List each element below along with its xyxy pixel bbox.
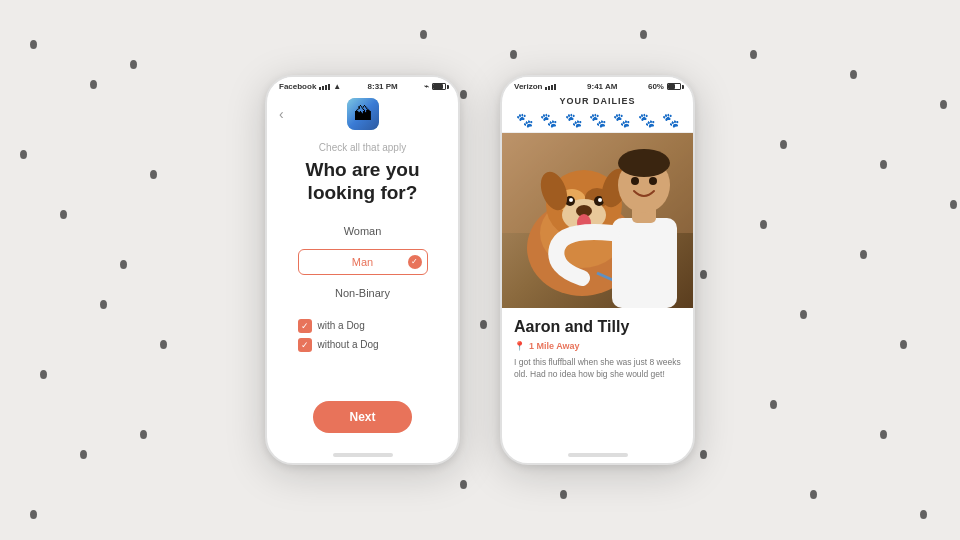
nav-title: YOUR DAILIES bbox=[502, 94, 693, 110]
svg-point-20 bbox=[618, 149, 670, 177]
time-left: 8:31 PM bbox=[368, 82, 398, 91]
location-pin-icon: 📍 bbox=[514, 341, 525, 351]
signal-icon bbox=[319, 84, 330, 90]
battery-percent-right: 60% bbox=[648, 82, 664, 91]
checkbox-without-dog-icon: ✓ bbox=[298, 338, 312, 352]
man-check-badge: ✓ bbox=[408, 255, 422, 269]
option-woman-label: Woman bbox=[298, 219, 428, 243]
status-right-right: 60% bbox=[648, 82, 681, 91]
option-man[interactable]: Man ✓ bbox=[298, 249, 428, 275]
svg-rect-17 bbox=[612, 218, 677, 308]
back-button[interactable]: ‹ bbox=[279, 106, 284, 122]
svg-point-21 bbox=[631, 177, 639, 185]
subtitle-text: Check all that apply bbox=[319, 142, 406, 153]
svg-point-12 bbox=[598, 198, 602, 202]
battery-right bbox=[667, 83, 681, 90]
profile-name: Aaron and Tilly bbox=[514, 318, 681, 336]
wifi-icon: ▲ bbox=[333, 82, 341, 91]
paw-icon-7[interactable]: 🐾 bbox=[662, 112, 679, 128]
profile-info: Aaron and Tilly 📍 1 Mile Away I got this… bbox=[502, 308, 693, 447]
status-left-right: Verizon bbox=[514, 82, 556, 91]
home-indicator-right bbox=[502, 447, 693, 463]
option-nonbinary-label: Non-Binary bbox=[298, 281, 428, 305]
phone-header-left: ‹ bbox=[267, 94, 458, 136]
profile-description: I got this fluffball when she was just 8… bbox=[514, 357, 681, 381]
phones-container: Facebook ▲ 8:31 PM ⌁ ‹ Check all bbox=[0, 0, 960, 540]
signal-icon-right bbox=[545, 84, 556, 90]
home-bar-right bbox=[568, 453, 628, 457]
paw-icon-1[interactable]: 🐾 bbox=[516, 112, 533, 128]
avatar bbox=[347, 98, 379, 130]
checkbox-with-dog[interactable]: ✓ with a Dog bbox=[298, 319, 428, 333]
status-bar-right: Verizon 9:41 AM 60% bbox=[502, 77, 693, 94]
checkbox-without-dog[interactable]: ✓ without a Dog bbox=[298, 338, 428, 352]
next-button[interactable]: Next bbox=[313, 401, 411, 433]
paw-icon-6[interactable]: 🐾 bbox=[638, 112, 655, 128]
option-woman[interactable]: Woman bbox=[298, 219, 428, 243]
bluetooth-icon: ⌁ bbox=[424, 82, 429, 91]
battery-left bbox=[432, 83, 446, 90]
home-bar bbox=[333, 453, 393, 457]
option-nonbinary[interactable]: Non-Binary bbox=[298, 281, 428, 305]
checkbox-with-dog-icon: ✓ bbox=[298, 319, 312, 333]
time-right: 9:41 AM bbox=[587, 82, 617, 91]
status-bar-left: Facebook ▲ 8:31 PM ⌁ bbox=[267, 77, 458, 94]
status-right-left: ⌁ bbox=[424, 82, 446, 91]
profile-photo bbox=[502, 133, 693, 308]
paw-icon-2[interactable]: 🐾 bbox=[540, 112, 557, 128]
carrier-right: Verizon bbox=[514, 82, 542, 91]
paw-icon-4[interactable]: 🐾 bbox=[589, 112, 606, 128]
distance-text: 1 Mile Away bbox=[529, 341, 580, 351]
svg-point-22 bbox=[649, 177, 657, 185]
phone-left-content: Check all that apply Who are you looking… bbox=[267, 136, 458, 447]
home-indicator-left bbox=[267, 447, 458, 463]
checkbox-with-dog-label: with a Dog bbox=[318, 320, 365, 331]
paw-icons-row: 🐾 🐾 🐾 🐾 🐾 🐾 🐾 bbox=[502, 110, 693, 133]
checkbox-without-dog-label: without a Dog bbox=[318, 339, 379, 350]
paw-icon-3[interactable]: 🐾 bbox=[565, 112, 582, 128]
location-row: 📍 1 Mile Away bbox=[514, 341, 681, 351]
main-question: Who are you looking for? bbox=[287, 159, 438, 205]
phone-left: Facebook ▲ 8:31 PM ⌁ ‹ Check all bbox=[265, 75, 460, 465]
phone-right: Verizon 9:41 AM 60% YOUR DAILIES 🐾 🐾 🐾 🐾… bbox=[500, 75, 695, 465]
carrier-left: Facebook bbox=[279, 82, 316, 91]
avatar-image bbox=[347, 98, 379, 130]
svg-point-11 bbox=[569, 198, 573, 202]
status-left: Facebook ▲ bbox=[279, 82, 341, 91]
paw-icon-5[interactable]: 🐾 bbox=[613, 112, 630, 128]
